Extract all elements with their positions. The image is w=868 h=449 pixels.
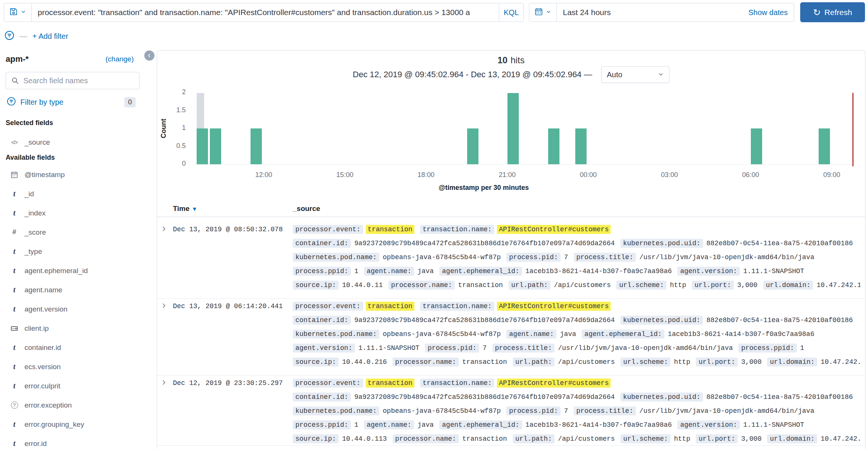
histogram-bar[interactable] xyxy=(251,128,262,164)
saved-query-button[interactable] xyxy=(4,3,31,21)
show-dates-link[interactable]: Show dates xyxy=(748,8,794,17)
field-name: @timestamp xyxy=(24,171,65,179)
sidebar-field-container.id[interactable]: tcontainer.id xyxy=(0,338,149,357)
histogram-bar[interactable] xyxy=(575,128,587,164)
table-row: Dec 12, 2019 @ 23:30:25.297processor.eve… xyxy=(157,375,865,446)
x-axis-label: @timestamp per 30 minutes xyxy=(439,184,529,192)
expand-row-button[interactable] xyxy=(160,376,173,445)
filter-by-type-button[interactable]: Filter by type 0 xyxy=(7,97,136,107)
field-chip: transaction.name: xyxy=(420,379,495,388)
field-chip: kubernetes.pod.uid: xyxy=(620,239,703,248)
source-line: container.id:9a92372089c79b489ca472fca52… xyxy=(293,237,860,250)
sidebar-field-ecs.version[interactable]: tecs.version xyxy=(0,357,149,376)
field-chip: process.pid: xyxy=(506,253,561,262)
time-range-button[interactable]: Last 24 hours xyxy=(557,8,611,17)
field-chip: container.id: xyxy=(293,239,351,248)
field-value: /usr/lib/jvm/java-10-openjdk-amd64/bin/j… xyxy=(639,254,814,261)
sidebar-field-error.id[interactable]: terror.id xyxy=(0,434,149,449)
sidebar-field-_id[interactable]: t_id xyxy=(0,184,149,203)
field-chip: processor.name: xyxy=(388,281,455,290)
field-chip: kubernetes.pod.name: xyxy=(293,330,379,339)
x-axis-line xyxy=(193,164,853,165)
question-field-icon: ? xyxy=(10,402,19,409)
source-line: source.ip:10.44.0.11processor.name:trans… xyxy=(293,278,860,292)
histogram-bar[interactable] xyxy=(467,128,478,164)
histogram-bar[interactable] xyxy=(210,128,221,164)
sidebar-field-_score[interactable]: #_score xyxy=(0,223,149,242)
field-value: transaction xyxy=(462,358,507,366)
sidebar-field-_type[interactable]: t_type xyxy=(0,242,149,261)
string-field-icon: t xyxy=(10,247,19,256)
date-quick-select-button[interactable] xyxy=(529,3,556,21)
field-chip: kubernetes.pod.name: xyxy=(293,253,379,262)
hits-histogram[interactable]: Count @timestamp per 30 minutes 21.510.5… xyxy=(157,50,865,201)
field-value-highlighted: transaction xyxy=(366,302,414,311)
filter-by-type-label: Filter by type xyxy=(20,98,63,107)
field-name: error.grouping_key xyxy=(24,420,84,429)
histogram-bar[interactable] xyxy=(548,128,559,164)
query-language-button[interactable]: KQL xyxy=(499,8,523,17)
field-chip: agent.name: xyxy=(506,330,556,339)
field-name: client.ip xyxy=(24,324,49,333)
sidebar-field-agent.name[interactable]: tagent.name xyxy=(0,280,149,299)
source-line: process.ppid:1agent.name:javaagent.ephem… xyxy=(293,418,860,432)
field-search-input[interactable] xyxy=(6,72,139,89)
sidebar-field-agent.version[interactable]: tagent.version xyxy=(0,299,149,319)
histogram-bar[interactable] xyxy=(197,128,208,164)
field-value: /usr/lib/jvm/java-10-openjdk-amd64/bin/j… xyxy=(639,407,814,415)
field-chip: transaction.name: xyxy=(420,225,495,234)
field-chip: agent.ephemeral_id: xyxy=(439,267,522,276)
query-input[interactable]: processor.event: "transaction" and trans… xyxy=(32,8,499,17)
field-value: 1.11.1-SNAPSHOT xyxy=(358,344,419,352)
source-line: container.id:9a92372089c79b489ca472fca52… xyxy=(293,313,860,327)
field-chip: processor.event: xyxy=(293,302,363,311)
x-axis-tick: 12:00 xyxy=(241,171,286,179)
collapse-sidebar-button[interactable] xyxy=(144,50,154,61)
field-name: ecs.version xyxy=(24,363,61,371)
field-value: /api/customers xyxy=(554,281,611,289)
source-line: kubernetes.pod.name:opbeans-java-67845c5… xyxy=(293,404,860,418)
histogram-bar[interactable] xyxy=(819,128,830,164)
field-value: 1.11.1-SNAPSHOT xyxy=(743,267,804,275)
refresh-button[interactable]: ↻ Refresh xyxy=(800,2,865,22)
sidebar-field-agent.ephemeral_id[interactable]: tagent.ephemeral_id xyxy=(0,261,149,280)
x-axis-tick: 03:00 xyxy=(647,171,692,179)
field-chip: container.id: xyxy=(293,316,351,325)
field-value: 9a92372089c79b489ca472fca528631b886d1e76… xyxy=(354,240,614,247)
time-column-header[interactable]: Time▼ xyxy=(173,205,293,213)
sidebar-field-_source[interactable]: </>_source xyxy=(0,133,149,152)
change-index-pattern-link[interactable]: (change) xyxy=(105,55,134,63)
x-axis-tick: 21:00 xyxy=(484,171,530,179)
table-header: Time▼ _source xyxy=(157,200,865,217)
field-chip: processor.event: xyxy=(293,225,363,234)
sort-descending-icon: ▼ xyxy=(192,206,197,212)
histogram-bar[interactable] xyxy=(751,128,762,164)
field-value: 10.47.242.108 xyxy=(821,435,860,443)
add-filter-link[interactable]: + Add filter xyxy=(32,32,68,41)
sidebar-field-client.ip[interactable]: client.ip xyxy=(0,319,149,338)
calendar-field-icon xyxy=(10,171,19,179)
sidebar-field-error.grouping_key[interactable]: terror.grouping_key xyxy=(0,415,149,434)
expand-row-button[interactable] xyxy=(160,299,173,369)
sidebar-field-_index[interactable]: t_index xyxy=(0,203,149,223)
field-value: 9a92372089c79b489ca472fca528631b886d1e76… xyxy=(354,393,614,401)
source-line: agent.version:1.11.1-SNAPSHOTprocess.pid… xyxy=(293,341,860,355)
field-chip: process.title: xyxy=(492,344,555,353)
field-value-highlighted: APIRestController#customers xyxy=(497,379,611,388)
field-chip: process.pid: xyxy=(425,344,479,353)
histogram-bar[interactable] xyxy=(507,93,519,164)
code-field-icon: </> xyxy=(10,139,19,145)
sidebar-field-error.exception[interactable]: ?error.exception xyxy=(0,396,149,415)
sidebar-field-error.culprit[interactable]: terror.culprit xyxy=(0,376,149,396)
row-time: Dec 13, 2019 @ 06:14:20.441 xyxy=(173,299,293,369)
expand-row-button[interactable] xyxy=(160,223,173,292)
field-value: 1aceb1b3-8621-4a14-b307-f0a9c7aa98a6 xyxy=(526,421,672,429)
sidebar-field-@timestamp[interactable]: @timestamp xyxy=(0,165,149,184)
field-chip: url.path: xyxy=(513,357,555,367)
string-field-icon: t xyxy=(10,266,19,275)
field-chip: url.path: xyxy=(509,281,550,290)
field-chip: agent.name: xyxy=(364,267,414,276)
filter-icon[interactable] xyxy=(5,31,14,42)
field-chip: url.scheme: xyxy=(620,357,671,367)
field-value: 3,000 xyxy=(741,435,761,443)
